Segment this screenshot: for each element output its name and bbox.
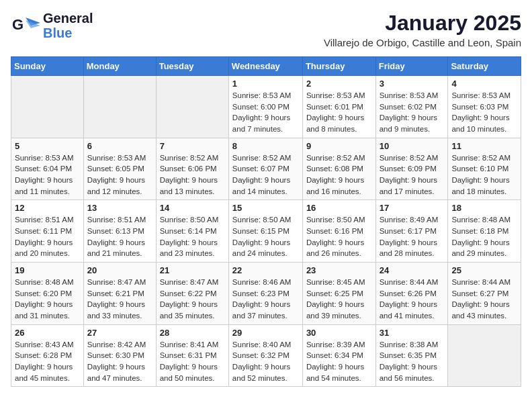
day-info: Sunrise: 8:48 AMSunset: 6:18 PMDaylight:… xyxy=(451,214,517,259)
day-info: Sunrise: 8:53 AMSunset: 6:03 PMDaylight:… xyxy=(451,90,517,135)
calendar-cell: 23Sunrise: 8:45 AMSunset: 6:25 PMDayligh… xyxy=(302,263,375,325)
day-info: Sunrise: 8:53 AMSunset: 6:04 PMDaylight:… xyxy=(15,152,80,197)
calendar-cell xyxy=(156,76,228,138)
day-number: 20 xyxy=(87,265,152,275)
calendar-cell: 24Sunrise: 8:44 AMSunset: 6:26 PMDayligh… xyxy=(375,263,448,325)
day-info: Sunrise: 8:38 AMSunset: 6:35 PMDaylight:… xyxy=(380,339,445,384)
calendar-cell: 18Sunrise: 8:48 AMSunset: 6:18 PMDayligh… xyxy=(448,200,521,263)
location-title: Villarejo de Orbigo, Castille and Leon, … xyxy=(324,37,521,48)
calendar-cell: 3Sunrise: 8:53 AMSunset: 6:02 PMDaylight… xyxy=(375,76,448,138)
day-info: Sunrise: 8:47 AMSunset: 6:22 PMDaylight:… xyxy=(160,277,225,322)
calendar-cell: 19Sunrise: 8:48 AMSunset: 6:20 PMDayligh… xyxy=(11,263,84,325)
day-number: 5 xyxy=(15,141,80,151)
calendar-cell: 12Sunrise: 8:51 AMSunset: 6:11 PMDayligh… xyxy=(11,200,84,263)
title-block: January 2025 Villarejo de Orbigo, Castil… xyxy=(324,11,521,48)
calendar-cell xyxy=(448,324,521,387)
day-info: Sunrise: 8:44 AMSunset: 6:26 PMDaylight:… xyxy=(380,277,445,322)
calendar-cell: 26Sunrise: 8:43 AMSunset: 6:28 PMDayligh… xyxy=(11,324,84,387)
calendar-week-4: 19Sunrise: 8:48 AMSunset: 6:20 PMDayligh… xyxy=(11,263,521,325)
day-number: 1 xyxy=(232,79,299,89)
day-info: Sunrise: 8:50 AMSunset: 6:16 PMDaylight:… xyxy=(306,214,372,259)
day-number: 31 xyxy=(380,328,445,338)
calendar-cell: 22Sunrise: 8:46 AMSunset: 6:23 PMDayligh… xyxy=(228,263,302,325)
calendar-cell: 25Sunrise: 8:44 AMSunset: 6:27 PMDayligh… xyxy=(448,263,521,325)
day-number: 4 xyxy=(451,79,517,89)
logo-line2: Blue xyxy=(43,26,93,40)
calendar-cell: 30Sunrise: 8:39 AMSunset: 6:34 PMDayligh… xyxy=(302,324,375,387)
day-number: 18 xyxy=(451,203,517,213)
calendar-cell: 31Sunrise: 8:38 AMSunset: 6:35 PMDayligh… xyxy=(375,324,448,387)
calendar-week-2: 5Sunrise: 8:53 AMSunset: 6:04 PMDaylight… xyxy=(11,138,521,200)
day-info: Sunrise: 8:44 AMSunset: 6:27 PMDaylight:… xyxy=(451,277,517,322)
day-number: 16 xyxy=(306,203,372,213)
day-info: Sunrise: 8:50 AMSunset: 6:15 PMDaylight:… xyxy=(232,214,299,259)
day-info: Sunrise: 8:43 AMSunset: 6:28 PMDaylight:… xyxy=(15,339,80,384)
day-info: Sunrise: 8:50 AMSunset: 6:14 PMDaylight:… xyxy=(160,214,225,259)
day-number: 10 xyxy=(380,141,445,151)
logo: G General Blue xyxy=(11,11,93,40)
svg-text:G: G xyxy=(12,16,24,33)
calendar-cell: 20Sunrise: 8:47 AMSunset: 6:21 PMDayligh… xyxy=(83,263,156,325)
day-number: 7 xyxy=(160,141,225,151)
day-info: Sunrise: 8:52 AMSunset: 6:08 PMDaylight:… xyxy=(306,152,372,197)
day-info: Sunrise: 8:51 AMSunset: 6:13 PMDaylight:… xyxy=(87,214,152,259)
day-number: 22 xyxy=(232,265,299,275)
day-info: Sunrise: 8:42 AMSunset: 6:30 PMDaylight:… xyxy=(87,339,152,384)
day-info: Sunrise: 8:41 AMSunset: 6:31 PMDaylight:… xyxy=(160,339,225,384)
calendar-cell: 15Sunrise: 8:50 AMSunset: 6:15 PMDayligh… xyxy=(228,200,302,263)
day-number: 27 xyxy=(87,328,152,338)
day-number: 23 xyxy=(306,265,372,275)
day-number: 11 xyxy=(451,141,517,151)
calendar-week-1: 1Sunrise: 8:53 AMSunset: 6:00 PMDaylight… xyxy=(11,76,521,138)
day-info: Sunrise: 8:52 AMSunset: 6:09 PMDaylight:… xyxy=(380,152,445,197)
calendar-cell: 9Sunrise: 8:52 AMSunset: 6:08 PMDaylight… xyxy=(302,138,375,200)
day-info: Sunrise: 8:49 AMSunset: 6:17 PMDaylight:… xyxy=(380,214,445,259)
day-number: 30 xyxy=(306,328,372,338)
day-number: 24 xyxy=(380,265,445,275)
weekday-wednesday: Wednesday xyxy=(228,57,302,76)
day-number: 26 xyxy=(15,328,80,338)
calendar-cell: 11Sunrise: 8:52 AMSunset: 6:10 PMDayligh… xyxy=(448,138,521,200)
weekday-monday: Monday xyxy=(83,57,156,76)
calendar-cell: 5Sunrise: 8:53 AMSunset: 6:04 PMDaylight… xyxy=(11,138,84,200)
day-number: 6 xyxy=(87,141,152,151)
day-info: Sunrise: 8:52 AMSunset: 6:06 PMDaylight:… xyxy=(160,152,225,197)
day-number: 25 xyxy=(451,265,517,275)
day-info: Sunrise: 8:53 AMSunset: 6:01 PMDaylight:… xyxy=(306,90,372,135)
day-info: Sunrise: 8:52 AMSunset: 6:07 PMDaylight:… xyxy=(232,152,299,197)
day-number: 9 xyxy=(306,141,372,151)
calendar-cell: 17Sunrise: 8:49 AMSunset: 6:17 PMDayligh… xyxy=(375,200,448,263)
calendar-cell xyxy=(83,76,156,138)
calendar-cell: 1Sunrise: 8:53 AMSunset: 6:00 PMDaylight… xyxy=(228,76,302,138)
day-number: 2 xyxy=(306,79,372,89)
calendar-cell: 8Sunrise: 8:52 AMSunset: 6:07 PMDaylight… xyxy=(228,138,302,200)
calendar-week-5: 26Sunrise: 8:43 AMSunset: 6:28 PMDayligh… xyxy=(11,324,521,387)
day-info: Sunrise: 8:53 AMSunset: 6:02 PMDaylight:… xyxy=(380,90,445,135)
logo-line1: General xyxy=(43,11,93,26)
calendar-cell: 6Sunrise: 8:53 AMSunset: 6:05 PMDaylight… xyxy=(83,138,156,200)
day-number: 28 xyxy=(160,328,225,338)
day-info: Sunrise: 8:45 AMSunset: 6:25 PMDaylight:… xyxy=(306,277,372,322)
day-number: 21 xyxy=(160,265,225,275)
day-number: 12 xyxy=(15,203,80,213)
logo-icon: G xyxy=(11,11,40,40)
weekday-friday: Friday xyxy=(375,57,448,76)
calendar-week-3: 12Sunrise: 8:51 AMSunset: 6:11 PMDayligh… xyxy=(11,200,521,263)
calendar-cell: 7Sunrise: 8:52 AMSunset: 6:06 PMDaylight… xyxy=(156,138,228,200)
day-info: Sunrise: 8:53 AMSunset: 6:00 PMDaylight:… xyxy=(232,90,299,135)
calendar-table: SundayMondayTuesdayWednesdayThursdayFrid… xyxy=(11,56,521,387)
day-number: 15 xyxy=(232,203,299,213)
day-number: 13 xyxy=(87,203,152,213)
calendar-cell: 21Sunrise: 8:47 AMSunset: 6:22 PMDayligh… xyxy=(156,263,228,325)
day-number: 19 xyxy=(15,265,80,275)
calendar-cell: 13Sunrise: 8:51 AMSunset: 6:13 PMDayligh… xyxy=(83,200,156,263)
day-number: 14 xyxy=(160,203,225,213)
day-info: Sunrise: 8:39 AMSunset: 6:34 PMDaylight:… xyxy=(306,339,372,384)
weekday-tuesday: Tuesday xyxy=(156,57,228,76)
day-info: Sunrise: 8:51 AMSunset: 6:11 PMDaylight:… xyxy=(15,214,80,259)
day-info: Sunrise: 8:46 AMSunset: 6:23 PMDaylight:… xyxy=(232,277,299,322)
day-number: 29 xyxy=(232,328,299,338)
day-info: Sunrise: 8:48 AMSunset: 6:20 PMDaylight:… xyxy=(15,277,80,322)
calendar-cell: 10Sunrise: 8:52 AMSunset: 6:09 PMDayligh… xyxy=(375,138,448,200)
day-number: 17 xyxy=(380,203,445,213)
